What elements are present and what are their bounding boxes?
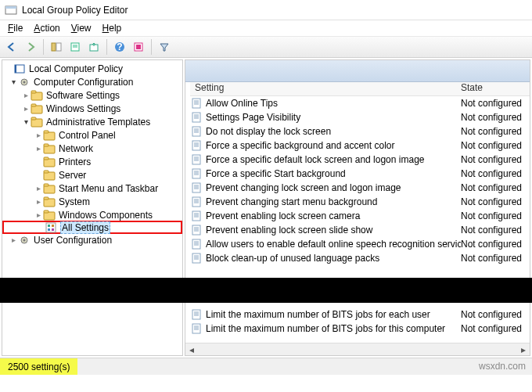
twisty-icon[interactable] (34, 197, 43, 206)
app-icon (5, 4, 17, 16)
list-item[interactable]: Block clean-up of unused language packsN… (185, 251, 530, 265)
twisty-icon[interactable] (34, 144, 43, 153)
status-count: 2500 setting(s) (0, 358, 77, 375)
twisty-icon[interactable] (21, 91, 31, 99)
setting-state: Not configured (461, 210, 530, 221)
list-item[interactable]: Prevent changing start menu backgroundNo… (185, 195, 530, 209)
list-item[interactable]: Prevent enabling lock screen slide showN… (185, 223, 530, 237)
setting-state: Not configured (461, 225, 530, 236)
setting-icon (190, 322, 203, 335)
refresh-button[interactable] (130, 38, 147, 56)
setting-icon (190, 182, 203, 194)
filter-button[interactable] (156, 38, 173, 56)
list-item[interactable]: Limit the maximum number of BITS jobs fo… (185, 322, 530, 336)
setting-state: Not configured (461, 239, 530, 250)
svg-text:?: ? (117, 41, 122, 52)
toolbar: ? (0, 36, 532, 58)
setting-label: Allow users to enable default online spe… (206, 239, 461, 250)
folder-icon (43, 196, 56, 208)
list-item[interactable]: Force a specific default lock screen and… (185, 153, 530, 167)
tree-network[interactable]: Network (2, 142, 182, 155)
detail-header-bar (185, 60, 530, 82)
twisty-icon[interactable] (21, 104, 31, 113)
column-headers[interactable]: Setting State (190, 82, 530, 96)
list-item[interactable]: Do not display the lock screenNot config… (185, 124, 530, 138)
twisty-icon[interactable] (9, 236, 18, 244)
tree-root[interactable]: Local Computer Policy (2, 62, 182, 75)
help-button[interactable]: ? (111, 38, 128, 56)
column-setting[interactable]: Setting (190, 82, 461, 95)
list-item[interactable]: Prevent enabling lock screen cameraNot c… (185, 209, 530, 223)
tree-user-configuration[interactable]: User Configuration (2, 233, 182, 246)
twisty-icon[interactable] (34, 131, 43, 139)
svg-rect-20 (56, 43, 61, 51)
horizontal-scrollbar[interactable]: ◂ ▸ (185, 343, 530, 355)
menu-bar: File Action View Help (0, 20, 532, 36)
twisty-icon[interactable] (34, 184, 43, 192)
setting-label: Prevent enabling lock screen camera (206, 210, 461, 221)
setting-label: Allow Online Tips (206, 98, 461, 109)
tree-all-settings[interactable]: All Settings (2, 221, 182, 234)
user-icon (18, 234, 31, 246)
setting-label: Force a specific default lock screen and… (206, 154, 461, 165)
folder-icon (43, 129, 56, 142)
setting-state: Not configured (461, 168, 530, 179)
menu-help[interactable]: Help (98, 21, 127, 35)
tree-control-panel[interactable]: Control Panel (2, 128, 182, 142)
setting-state: Not configured (461, 309, 530, 320)
tree-pane[interactable]: Local Computer Policy Computer Configura… (2, 59, 183, 356)
svg-rect-19 (52, 43, 56, 51)
twisty-icon[interactable] (34, 210, 43, 219)
setting-label: Limit the maximum number of BITS jobs fo… (206, 309, 461, 320)
setting-icon (190, 111, 203, 124)
tree-start-menu[interactable]: Start Menu and Taskbar (2, 182, 182, 195)
policy-icon (13, 63, 26, 75)
setting-icon (190, 210, 203, 222)
list-item[interactable]: Limit the maximum number of BITS jobs fo… (185, 307, 530, 322)
setting-label: Do not display the lock screen (206, 126, 461, 137)
tree-administrative-templates[interactable]: Administrative Templates (2, 115, 182, 128)
folder-icon (43, 182, 56, 195)
setting-state: Not configured (461, 112, 530, 123)
setting-label: Prevent enabling lock screen slide show (206, 225, 461, 236)
list-item[interactable]: Allow Online TipsNot configured (185, 96, 530, 110)
settings-list[interactable]: Allow Online TipsNot configuredSettings … (185, 96, 530, 343)
setting-label: Settings Page Visibility (206, 112, 461, 123)
menu-action[interactable]: Action (29, 21, 64, 35)
twisty-icon[interactable] (9, 77, 18, 86)
tree-software-settings[interactable]: Software Settings (2, 88, 182, 102)
setting-label: Force a specific Start background (206, 168, 461, 179)
forward-button[interactable] (22, 38, 39, 56)
tree-printers[interactable]: Printers (2, 155, 182, 168)
list-item[interactable]: Force a specific Start backgroundNot con… (185, 167, 530, 181)
twisty-icon[interactable] (21, 117, 31, 126)
setting-icon (190, 224, 203, 236)
title-bar: Local Group Policy Editor (0, 0, 532, 20)
menu-file[interactable]: File (3, 21, 27, 35)
export-button[interactable] (85, 38, 102, 56)
tree-windows-settings[interactable]: Windows Settings (2, 102, 182, 115)
tree-computer-configuration[interactable]: Computer Configuration (2, 75, 182, 88)
setting-state: Not configured (461, 126, 530, 137)
list-item[interactable]: Allow users to enable default online spe… (185, 237, 530, 251)
watermark: wsxdn.com (479, 361, 526, 372)
column-state[interactable]: State (461, 82, 530, 95)
list-item[interactable]: Force a specific background and accent c… (185, 138, 530, 153)
setting-icon (190, 196, 203, 208)
scroll-right-icon[interactable]: ▸ (517, 344, 530, 355)
tree-server[interactable]: Server (2, 168, 182, 182)
scroll-left-icon[interactable]: ◂ (185, 344, 198, 355)
setting-icon (190, 167, 203, 180)
list-item[interactable]: Settings Page VisibilityNot configured (185, 110, 530, 124)
tree-system[interactable]: System (2, 195, 182, 208)
setting-state: Not configured (461, 140, 530, 151)
setting-state: Not configured (461, 196, 530, 207)
properties-button[interactable] (66, 38, 84, 56)
tree-windows-components[interactable]: Windows Components (2, 208, 182, 221)
folder-icon (43, 142, 56, 155)
setting-state: Not configured (461, 253, 530, 264)
list-item[interactable]: Prevent changing lock screen and logon i… (185, 181, 530, 195)
show-hide-tree-button[interactable] (48, 38, 65, 56)
menu-view[interactable]: View (66, 21, 96, 35)
back-button[interactable] (3, 38, 20, 56)
